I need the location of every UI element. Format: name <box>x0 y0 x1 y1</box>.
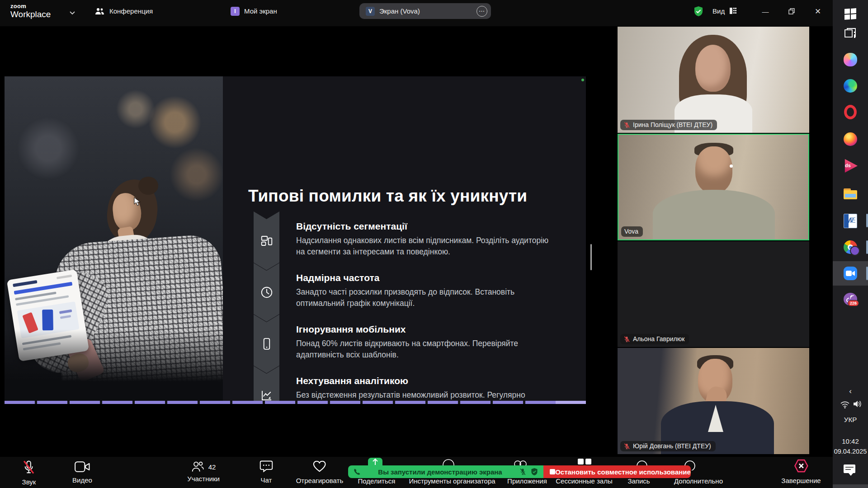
slide-item-description: Надсилання однакових листів всім підписн… <box>296 235 557 258</box>
opera-icon[interactable] <box>844 105 857 119</box>
speaker-icon[interactable] <box>853 400 862 408</box>
host-tools-button[interactable]: Инструменты организатора <box>409 477 495 485</box>
stop-share-banner[interactable]: Остановить совместное использование <box>543 465 691 478</box>
react-button[interactable]: Отреагировать <box>296 460 344 484</box>
shared-screen-avatar: V <box>366 7 375 16</box>
workspace-chevron-down-icon[interactable] <box>69 11 75 15</box>
participant-name: Vova <box>624 228 638 235</box>
participant-tile-vova-active[interactable]: Vova <box>618 134 809 240</box>
chat-button[interactable]: Чат <box>259 460 273 484</box>
my-screen-avatar: I <box>231 7 240 16</box>
viber-icon[interactable]: 226 <box>844 293 857 306</box>
breakout-label: Сессионные залы <box>556 477 613 485</box>
slide-item-heading: Нехтування аналітикою <box>296 375 408 386</box>
chrome-icon[interactable] <box>844 240 857 254</box>
edge-icon[interactable] <box>844 79 857 93</box>
firefox-icon[interactable] <box>844 132 857 146</box>
end-label: Завершение <box>781 477 821 484</box>
participants-count: 42 <box>208 463 216 471</box>
tab-options-ellipsis-icon[interactable]: ⋯ <box>476 6 487 17</box>
zoom-app-active-row[interactable] <box>833 261 868 286</box>
view-button[interactable]: Вид <box>712 7 725 15</box>
participant-nameplate: Ірина Поліщук (ВТЕІ ДТЕУ) <box>620 120 717 130</box>
shared-screen-slide: Типові помилки та як їх уникнути Відсутн… <box>5 76 586 404</box>
chrome-profile-badge <box>850 246 860 256</box>
mic-muted-icon <box>623 122 630 128</box>
clock-time[interactable]: 10:42 <box>833 437 868 445</box>
viber-badge: 226 <box>848 300 859 306</box>
flyer-caption-line <box>59 310 72 314</box>
clock-icon <box>260 286 274 299</box>
maximize-restore-button[interactable] <box>786 5 797 17</box>
view-layout-icon[interactable] <box>729 7 737 15</box>
banner-mic-muted-icon <box>519 468 526 475</box>
banner-shield-icon <box>531 468 538 476</box>
logo-zoom-text: zoom <box>10 3 51 9</box>
language-indicator[interactable]: УКР <box>833 416 868 423</box>
audio-button[interactable]: Звук <box>22 460 36 486</box>
slide-item-heading: Відсутність сегментації <box>296 221 407 232</box>
wifi-icon[interactable] <box>840 400 850 408</box>
chrome-running-indicator <box>866 240 868 254</box>
end-meeting-button[interactable]: Завершение <box>781 459 821 484</box>
minimize-button[interactable]: — <box>760 5 771 17</box>
zoom-app-icon <box>844 267 857 280</box>
participant-name: Альона Гаврилюк <box>633 335 684 343</box>
flyer-caption-line <box>60 315 71 319</box>
participants-button[interactable]: 42 Участники <box>187 460 220 483</box>
ds-player-icon[interactable]: ds <box>843 159 858 173</box>
mouse-cursor <box>134 197 140 206</box>
people-icon <box>95 8 105 15</box>
chat-label: Чат <box>259 476 273 484</box>
slide-progress-bar <box>5 401 586 404</box>
slide-progress-bar-end <box>556 401 586 404</box>
analytics-icon <box>260 389 274 402</box>
video-button[interactable]: Видео <box>72 461 92 484</box>
tab-meeting[interactable]: Конференция <box>89 3 159 19</box>
copilot-icon[interactable] <box>844 53 857 66</box>
tab-meeting-label: Конференция <box>109 7 153 15</box>
action-center-icon[interactable] <box>844 465 856 475</box>
record-button[interactable]: Запись <box>627 477 650 485</box>
segments-icon <box>260 234 274 248</box>
smartphone-icon <box>260 337 274 351</box>
slide-item-heading: Ігнорування мобільних <box>296 324 406 335</box>
participant-tile-irina[interactable]: Ірина Поліщук (ВТЕІ ДТЕУ) <box>618 27 809 133</box>
show-desktop-strip[interactable] <box>833 484 868 488</box>
photo-vignette <box>5 329 223 404</box>
tab-shared-screen[interactable]: V Экран (Vova) ⋯ <box>359 3 491 19</box>
windows-start-icon[interactable] <box>844 7 857 21</box>
slide-item-ribbon <box>254 263 279 322</box>
mic-muted-icon <box>623 336 630 343</box>
zoom-running-indicator <box>866 267 868 280</box>
share-button[interactable]: Поделиться <box>358 477 396 485</box>
word-icon[interactable]: W <box>844 214 857 228</box>
more-button[interactable]: Дополнительно <box>674 477 723 485</box>
flyer-menu-bar <box>57 275 72 279</box>
phone-icon <box>354 468 361 475</box>
scrollbar-thumb[interactable] <box>590 244 592 270</box>
participant-tile-yuriy[interactable]: Юрій Довгань (ВТЕІ ДТЕУ) <box>618 348 809 454</box>
participant-nameplate: Юрій Довгань (ВТЕІ ДТЕУ) <box>620 441 716 451</box>
word-running-indicator <box>866 214 868 227</box>
clock-date[interactable]: 09.04.2025 <box>833 448 868 455</box>
file-explorer-icon[interactable] <box>844 188 857 199</box>
security-shield-icon[interactable] <box>693 6 703 17</box>
apps-button[interactable]: Приложения <box>507 477 547 485</box>
windows-taskbar: ds W <box>833 0 868 488</box>
close-button[interactable]: ✕ <box>812 5 824 17</box>
chat-icon <box>259 460 273 473</box>
react-label: Отреагировать <box>296 477 344 484</box>
zoom-workplace-logo: zoom Workplace <box>10 3 51 19</box>
tab-my-screen[interactable]: I Мой экран <box>224 3 283 19</box>
slide-item-description: Занадто часті розсилки призводять до від… <box>296 286 557 309</box>
task-view-icon[interactable] <box>844 27 857 41</box>
participant-tile-alona-camera-off[interactable]: Альона Гаврилюк <box>618 241 809 347</box>
taskbar-expand-chevron-icon[interactable]: ‹ <box>833 387 868 396</box>
breakout-rooms-icon[interactable] <box>578 459 591 465</box>
participant-earbud <box>730 164 733 168</box>
breakout-rooms-button[interactable]: Сессионные залы <box>556 477 613 485</box>
slide-item-ribbon <box>254 314 279 373</box>
participant-nameplate: Vova <box>621 226 643 237</box>
flyer-title-bar <box>13 280 37 287</box>
